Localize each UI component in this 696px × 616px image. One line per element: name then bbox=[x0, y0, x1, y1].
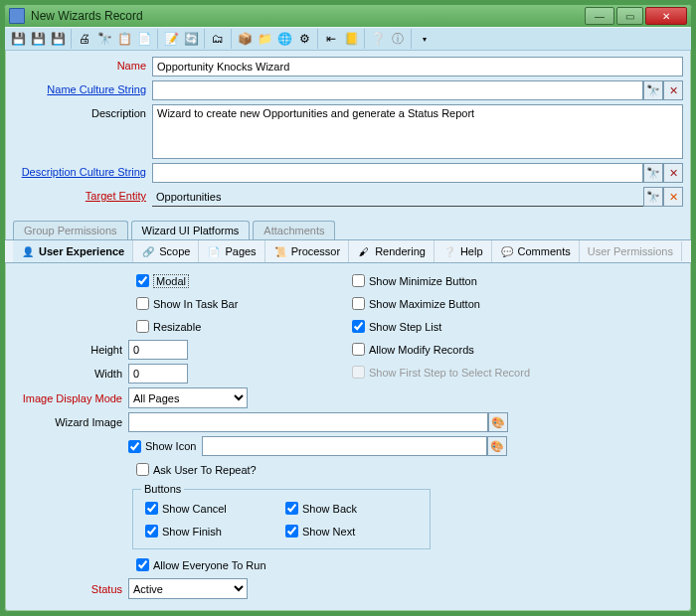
tab-processor[interactable]: 📜Processor bbox=[265, 240, 350, 262]
minimize-label: Show Minimize Button bbox=[369, 275, 477, 287]
processor-icon: 📜 bbox=[273, 244, 287, 258]
save-icon[interactable]: 💾 bbox=[9, 30, 27, 48]
separator bbox=[157, 29, 158, 49]
show-back-label: Show Back bbox=[302, 503, 357, 515]
modify-checkbox[interactable] bbox=[352, 343, 365, 356]
comments-icon: 💬 bbox=[500, 244, 514, 258]
allow-everyone-checkbox[interactable] bbox=[136, 558, 149, 571]
steplist-checkbox[interactable] bbox=[352, 320, 365, 333]
show-back-checkbox[interactable] bbox=[285, 502, 298, 515]
clear-icon[interactable]: ✕ bbox=[663, 187, 683, 207]
tab-user-permissions[interactable]: User Permissions bbox=[580, 241, 682, 261]
lookup-icon[interactable]: 🔭 bbox=[643, 187, 663, 207]
maximize-checkbox[interactable] bbox=[352, 297, 365, 310]
tab-user-experience[interactable]: 👤User Experience bbox=[13, 240, 133, 262]
files-icon[interactable]: 📁 bbox=[256, 30, 273, 48]
gear-icon[interactable]: ⚙ bbox=[295, 30, 313, 48]
target-entity-label[interactable]: Target Entity bbox=[13, 187, 152, 202]
firststep-checkbox bbox=[352, 366, 365, 379]
name-culture-label[interactable]: Name Culture String bbox=[13, 80, 152, 95]
tab-scope[interactable]: 🔗Scope bbox=[133, 240, 199, 262]
taskbar-checkbox[interactable] bbox=[136, 297, 149, 310]
name-input[interactable] bbox=[152, 57, 683, 77]
tab-attachments[interactable]: Attachments bbox=[253, 221, 335, 239]
tab-wizard-ui-platforms[interactable]: Wizard UI Platforms bbox=[131, 221, 251, 239]
scope-icon: 🔗 bbox=[141, 244, 155, 258]
tab-pages[interactable]: 📄Pages bbox=[199, 240, 264, 262]
desc-culture-label[interactable]: Description Culture String bbox=[13, 163, 152, 178]
repeat-checkbox[interactable] bbox=[136, 463, 149, 476]
tab-group-permissions[interactable]: Group Permissions bbox=[13, 221, 128, 239]
maximize-button[interactable]: ▭ bbox=[616, 7, 643, 25]
minimize-checkbox[interactable] bbox=[352, 274, 365, 287]
wizard-image-input[interactable] bbox=[128, 412, 488, 432]
clear-icon[interactable]: ✕ bbox=[663, 163, 683, 183]
help-icon: ❔ bbox=[442, 244, 456, 258]
target-entity-input[interactable] bbox=[152, 187, 643, 207]
show-next-checkbox[interactable] bbox=[285, 525, 298, 538]
document-icon[interactable]: 📄 bbox=[135, 30, 153, 48]
separator bbox=[364, 29, 365, 49]
window-buttons: — ▭ ✕ bbox=[585, 7, 687, 25]
maximize-label: Show Maximize Button bbox=[369, 298, 480, 310]
lookup-icon[interactable]: 🔭 bbox=[643, 80, 663, 100]
top-tab-row: Group Permissions Wizard UI Platforms At… bbox=[5, 217, 691, 239]
copy-icon[interactable]: 📋 bbox=[115, 30, 133, 48]
tab-label: Help bbox=[460, 245, 483, 257]
resizable-checkbox[interactable] bbox=[136, 320, 149, 333]
close-button[interactable]: ✕ bbox=[645, 7, 687, 25]
desc-culture-input[interactable] bbox=[152, 163, 643, 183]
modal-checkbox[interactable] bbox=[136, 274, 149, 287]
titlebar: New Wizards Record — ▭ ✕ bbox=[5, 5, 691, 27]
packages-icon[interactable]: 📦 bbox=[236, 30, 254, 48]
lookup-icon[interactable]: 🔭 bbox=[643, 163, 663, 183]
print-icon[interactable]: 🖨 bbox=[76, 30, 93, 48]
separator bbox=[204, 29, 205, 49]
save-close-icon[interactable]: 💾 bbox=[49, 30, 67, 48]
tab-help[interactable]: ❔Help bbox=[435, 240, 492, 262]
info-icon[interactable]: ⓘ bbox=[389, 30, 407, 48]
buttons-group: Buttons Show Cancel Show Back Show Finis… bbox=[132, 483, 431, 549]
repeat-label: Ask User To Repeat? bbox=[153, 464, 257, 476]
showicon-checkbox[interactable] bbox=[128, 440, 141, 453]
status-select[interactable]: Active bbox=[128, 578, 248, 599]
name-label: Name bbox=[13, 57, 152, 72]
back-icon[interactable]: ⇤ bbox=[322, 30, 340, 48]
app-icon bbox=[9, 8, 25, 24]
dropdown-icon[interactable]: ▾ bbox=[416, 30, 434, 48]
show-cancel-checkbox[interactable] bbox=[145, 502, 158, 515]
records-icon[interactable]: 🗂 bbox=[209, 30, 227, 48]
image-mode-select[interactable]: All Pages bbox=[128, 387, 248, 408]
wizard-image-label: Wizard Image bbox=[13, 416, 128, 428]
sub-tab-row: 👤User Experience 🔗Scope 📄Pages 📜Processo… bbox=[5, 239, 691, 263]
tab-label: Processor bbox=[291, 245, 341, 257]
allow-everyone-label: Allow Everyone To Run bbox=[153, 559, 266, 571]
notes-icon[interactable]: 📒 bbox=[342, 30, 360, 48]
icon-path-input[interactable] bbox=[202, 436, 487, 456]
tab-rendering[interactable]: 🖌Rendering bbox=[349, 240, 435, 262]
firststep-label: Show First Step to Select Record bbox=[369, 367, 530, 379]
new-doc-icon[interactable]: 📝 bbox=[162, 30, 180, 48]
pages-icon: 📄 bbox=[207, 244, 221, 258]
show-next-label: Show Next bbox=[302, 526, 355, 538]
minimize-button[interactable]: — bbox=[585, 7, 614, 25]
binoculars-icon[interactable]: 🔭 bbox=[95, 30, 113, 48]
width-input[interactable] bbox=[128, 364, 188, 384]
globe-icon[interactable]: 🌐 bbox=[275, 30, 293, 48]
user-icon: 👤 bbox=[21, 244, 35, 258]
refresh-icon[interactable]: 🔄 bbox=[182, 30, 200, 48]
height-input[interactable] bbox=[128, 340, 188, 360]
show-finish-checkbox[interactable] bbox=[145, 525, 158, 538]
tab-label: Rendering bbox=[375, 245, 426, 257]
tab-comments[interactable]: 💬Comments bbox=[492, 240, 580, 262]
name-culture-input[interactable] bbox=[152, 80, 643, 100]
help-icon[interactable]: ❔ bbox=[369, 30, 387, 48]
description-input[interactable]: Wizard to create new Opportunities and g… bbox=[152, 104, 683, 159]
rendering-icon: 🖌 bbox=[357, 244, 371, 258]
browse-icon[interactable]: 🎨 bbox=[488, 412, 508, 432]
detail-panel: Modal Show In Task Bar Resizable Height … bbox=[5, 263, 691, 611]
browse-icon[interactable]: 🎨 bbox=[487, 436, 507, 456]
save-new-icon[interactable]: 💾 bbox=[29, 30, 47, 48]
clear-icon[interactable]: ✕ bbox=[663, 80, 683, 100]
separator bbox=[231, 29, 232, 49]
